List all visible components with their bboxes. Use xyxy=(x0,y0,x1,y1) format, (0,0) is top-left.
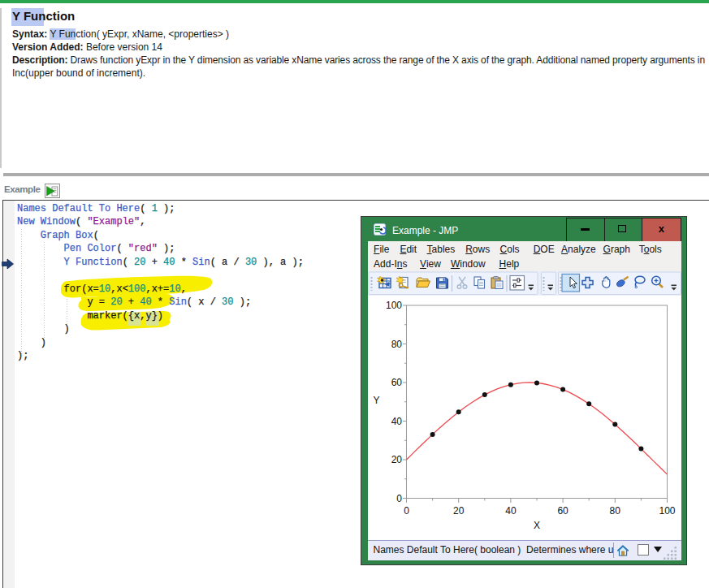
svg-text:40: 40 xyxy=(391,415,402,426)
svg-text:100: 100 xyxy=(385,300,401,311)
svg-text:80: 80 xyxy=(609,505,620,517)
svg-text:60: 60 xyxy=(557,505,568,517)
svg-text:40: 40 xyxy=(505,505,517,517)
svg-text:60: 60 xyxy=(391,377,402,388)
svg-text:Y: Y xyxy=(373,394,379,405)
svg-text:80: 80 xyxy=(391,338,402,349)
svg-text:20: 20 xyxy=(453,505,465,517)
svg-text:0: 0 xyxy=(396,492,402,504)
svg-text:0: 0 xyxy=(404,505,409,517)
svg-text:100: 100 xyxy=(659,505,675,517)
svg-text:20: 20 xyxy=(391,454,402,465)
svg-text:X: X xyxy=(533,520,539,531)
